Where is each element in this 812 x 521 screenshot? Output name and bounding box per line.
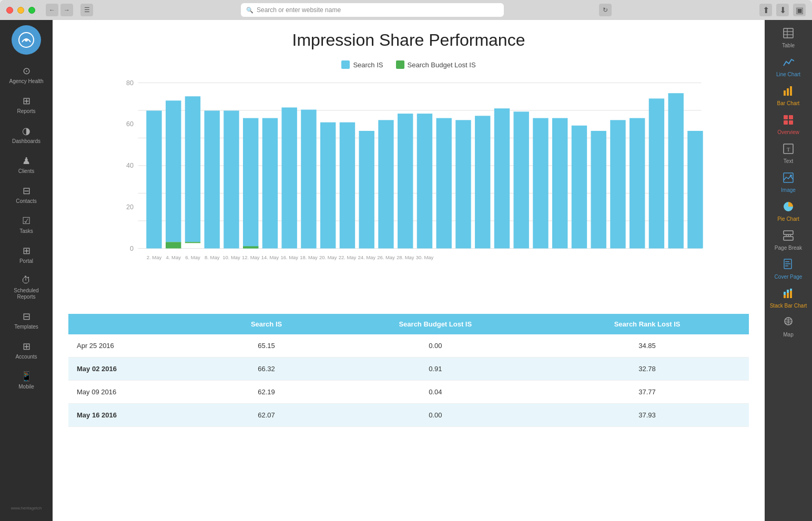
svg-text:20: 20 (126, 203, 134, 211)
sidebar-label-mobile: Mobile (18, 384, 34, 390)
svg-text:8. May: 8. May (205, 255, 220, 261)
table-cell-budget-lost: 0.00 (325, 404, 545, 427)
clients-icon: ♟ (22, 155, 31, 167)
maximize-button[interactable] (28, 7, 35, 14)
svg-text:20. May: 20. May (319, 255, 337, 261)
sidebar-item-dashboards[interactable]: ◑ Dashboards (3, 121, 50, 149)
rp-item-text[interactable]: T Text (767, 140, 810, 168)
back-button[interactable]: ← (46, 4, 58, 16)
legend-search-is: Search IS (341, 60, 383, 69)
sidebar-right-toggle[interactable]: ▣ (793, 4, 806, 16)
table-cell-budget-lost: 0.04 (325, 381, 545, 404)
page-break-icon (783, 230, 794, 244)
tasks-icon: ☑ (22, 215, 31, 227)
sidebar-toggle-button[interactable]: ☰ (80, 4, 93, 16)
sidebar-item-portal[interactable]: ⊞ Portal (3, 241, 50, 269)
svg-rect-81 (785, 263, 790, 264)
right-panel: Table Line Chart Bar Cha (765, 20, 812, 521)
sidebar-footer: www.heritagetch (9, 498, 44, 516)
sidebar-item-tasks[interactable]: ☑ Tasks (3, 211, 50, 239)
stack-bar-chart-icon (783, 288, 794, 302)
rp-pie-chart-label: Pie Chart (777, 216, 799, 222)
rp-item-pie-chart[interactable]: Pie Chart (767, 198, 810, 226)
sidebar-label-clients: Clients (18, 168, 35, 175)
rp-item-map[interactable]: Map (767, 313, 810, 341)
rp-page-break-label: Page Break (775, 245, 802, 251)
rp-map-label: Map (783, 332, 793, 338)
table-header-search-is: Search IS (208, 314, 326, 334)
svg-text:24. May: 24. May (358, 255, 375, 261)
line-chart-icon (783, 56, 794, 70)
table-header-row: Search IS Search Budget Lost IS Search R… (68, 314, 749, 334)
sidebar-label-dashboards: Dashboards (12, 138, 40, 145)
rp-image-label: Image (781, 187, 796, 193)
download-button[interactable]: ⬇ (776, 4, 789, 16)
minimize-button[interactable] (17, 7, 24, 14)
sidebar-item-scheduled-reports[interactable]: ⏱ Scheduled Reports (3, 271, 50, 304)
svg-rect-87 (790, 291, 792, 298)
table-row: Apr 25 2016 65.15 0.00 34.85 (68, 334, 749, 357)
rp-item-cover-page[interactable]: Cover Page (767, 256, 810, 283)
svg-rect-20 (185, 242, 200, 243)
share-button[interactable]: ⬆ (759, 4, 772, 16)
sidebar-item-reports[interactable]: ⊞ Reports (3, 91, 50, 119)
agency-health-icon: ⊙ (23, 65, 31, 77)
accounts-icon: ⊞ (23, 341, 31, 352)
svg-text:10. May: 10. May (222, 255, 240, 261)
contacts-icon: ⊟ (23, 185, 31, 197)
sidebar-item-contacts[interactable]: ⊟ Contacts (3, 181, 50, 209)
sidebar-label-templates: Templates (14, 324, 38, 330)
app-logo[interactable] (12, 25, 41, 55)
rp-item-table[interactable]: Table (767, 24, 810, 52)
sidebar-item-templates[interactable]: ⊟ Templates (3, 307, 50, 334)
rp-item-bar-chart[interactable]: Bar Chart (767, 82, 810, 110)
table-row: May 09 2016 62.19 0.04 37.77 (68, 381, 749, 404)
chart-title: Impression Share Performance (68, 30, 749, 50)
svg-text:18. May: 18. May (300, 255, 318, 261)
sidebar-item-clients[interactable]: ♟ Clients (3, 151, 50, 179)
forward-button[interactable]: → (60, 4, 73, 16)
svg-text:12. May: 12. May (242, 255, 260, 261)
svg-rect-43 (398, 114, 413, 248)
overview-icon (783, 114, 794, 128)
rp-item-line-chart[interactable]: Line Chart (767, 53, 810, 81)
table-cell-budget-lost: 0.91 (325, 357, 545, 381)
reports-icon: ⊞ (23, 95, 31, 107)
svg-text:40: 40 (126, 162, 134, 169)
sidebar-item-mobile[interactable]: 📱 Mobile (3, 366, 50, 394)
svg-text:4. May: 4. May (166, 255, 181, 261)
legend-budget-lost: Search Budget Lost IS (396, 60, 476, 69)
table-cell-rank-lost: 34.85 (545, 334, 749, 357)
rp-cover-page-label: Cover Page (775, 274, 803, 280)
sidebar-item-accounts[interactable]: ⊞ Accounts (3, 336, 50, 364)
rp-item-image[interactable]: Image (767, 169, 810, 197)
close-button[interactable] (6, 7, 13, 14)
rp-item-page-break[interactable]: Page Break (767, 227, 810, 254)
rp-item-stack-bar-chart[interactable]: Stack Bar Chart (767, 284, 810, 312)
scheduled-reports-icon: ⏱ (22, 275, 31, 286)
address-bar[interactable]: 🔍 Search or enter website name (241, 3, 504, 17)
svg-rect-41 (378, 120, 393, 248)
sidebar-label-contacts: Contacts (16, 198, 36, 205)
svg-rect-47 (437, 118, 452, 249)
legend-budget-lost-label: Search Budget Lost IS (408, 61, 476, 69)
sidebar-label-scheduled-reports: Scheduled Reports (5, 288, 48, 300)
table-header-date (68, 314, 208, 334)
svg-text:0: 0 (130, 245, 134, 252)
sidebar-item-agency-health[interactable]: ⊙ Agency Health (3, 61, 50, 89)
svg-rect-57 (630, 118, 645, 249)
rp-item-overview[interactable]: Overview (767, 111, 810, 139)
legend-search-is-label: Search IS (353, 61, 383, 69)
svg-rect-83 (784, 295, 786, 298)
reload-button[interactable]: ↻ (599, 4, 612, 16)
svg-rect-22 (205, 110, 220, 248)
portal-icon: ⊞ (23, 245, 31, 257)
legend-blue-swatch (341, 60, 350, 69)
table-cell-date: May 16 2016 (68, 404, 208, 427)
svg-rect-77 (784, 237, 793, 240)
svg-rect-52 (533, 118, 548, 249)
sidebar-label-tasks: Tasks (19, 228, 33, 234)
svg-text:T: T (787, 146, 790, 152)
svg-rect-69 (789, 115, 793, 119)
bar-chart-icon (783, 85, 794, 99)
